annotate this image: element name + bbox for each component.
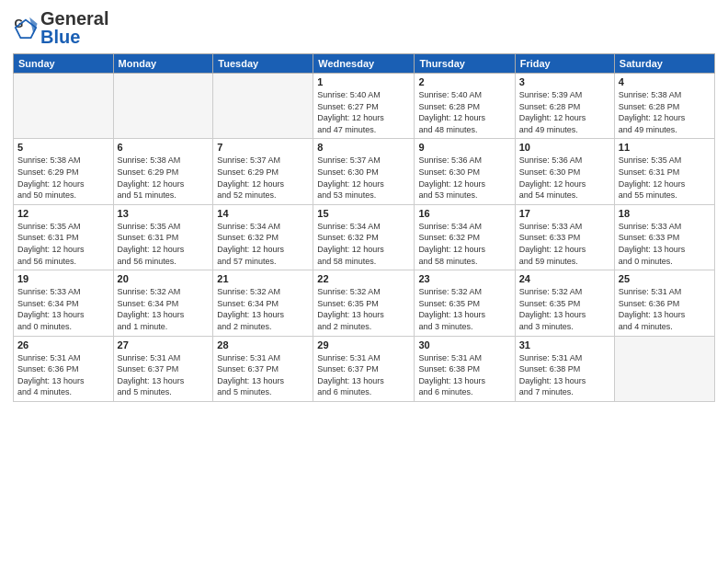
day-info: Sunrise: 5:39 AM Sunset: 6:28 PM Dayligh…: [519, 89, 610, 135]
day-info: Sunrise: 5:31 AM Sunset: 6:37 PM Dayligh…: [118, 352, 210, 398]
day-number: 11: [619, 142, 711, 153]
day-cell: 29Sunrise: 5:31 AM Sunset: 6:37 PM Dayli…: [313, 336, 415, 401]
day-info: Sunrise: 5:34 AM Sunset: 6:32 PM Dayligh…: [217, 221, 309, 267]
day-info: Sunrise: 5:33 AM Sunset: 6:33 PM Dayligh…: [519, 221, 610, 267]
day-info: Sunrise: 5:34 AM Sunset: 6:32 PM Dayligh…: [317, 221, 410, 267]
weekday-header-monday: Monday: [113, 54, 213, 74]
day-cell: 25Sunrise: 5:31 AM Sunset: 6:36 PM Dayli…: [614, 270, 714, 336]
svg-marker-2: [29, 17, 37, 34]
day-cell: 28Sunrise: 5:31 AM Sunset: 6:37 PM Dayli…: [213, 336, 313, 401]
day-cell: 26Sunrise: 5:31 AM Sunset: 6:36 PM Dayli…: [14, 336, 114, 401]
day-cell: 19Sunrise: 5:33 AM Sunset: 6:34 PM Dayli…: [14, 270, 114, 336]
day-info: Sunrise: 5:38 AM Sunset: 6:28 PM Dayligh…: [619, 89, 711, 135]
day-number: 19: [17, 273, 109, 284]
day-number: 26: [17, 339, 109, 350]
weekday-header-tuesday: Tuesday: [213, 54, 313, 74]
day-number: 13: [118, 208, 210, 219]
day-cell: 15Sunrise: 5:34 AM Sunset: 6:32 PM Dayli…: [313, 204, 415, 270]
day-cell: 18Sunrise: 5:33 AM Sunset: 6:33 PM Dayli…: [614, 204, 714, 270]
day-number: 17: [519, 208, 610, 219]
day-cell: 12Sunrise: 5:35 AM Sunset: 6:31 PM Dayli…: [14, 204, 114, 270]
day-cell: 7Sunrise: 5:37 AM Sunset: 6:29 PM Daylig…: [213, 139, 313, 204]
day-info: Sunrise: 5:37 AM Sunset: 6:29 PM Dayligh…: [217, 155, 309, 201]
day-number: 30: [418, 339, 510, 350]
weekday-header-sunday: Sunday: [14, 54, 114, 74]
day-cell: 2Sunrise: 5:40 AM Sunset: 6:28 PM Daylig…: [415, 74, 515, 139]
day-info: Sunrise: 5:40 AM Sunset: 6:28 PM Dayligh…: [418, 89, 510, 135]
logo-icon: G: [13, 15, 39, 40]
week-row-4: 19Sunrise: 5:33 AM Sunset: 6:34 PM Dayli…: [14, 270, 715, 336]
day-info: Sunrise: 5:38 AM Sunset: 6:29 PM Dayligh…: [118, 155, 210, 201]
day-cell: 9Sunrise: 5:36 AM Sunset: 6:30 PM Daylig…: [415, 139, 515, 204]
day-number: 10: [519, 142, 610, 153]
day-cell: 3Sunrise: 5:39 AM Sunset: 6:28 PM Daylig…: [515, 74, 614, 139]
weekday-header-saturday: Saturday: [614, 54, 714, 74]
day-number: 7: [217, 142, 309, 153]
day-info: Sunrise: 5:35 AM Sunset: 6:31 PM Dayligh…: [17, 221, 109, 267]
day-info: Sunrise: 5:31 AM Sunset: 6:36 PM Dayligh…: [619, 286, 711, 332]
day-cell: 6Sunrise: 5:38 AM Sunset: 6:29 PM Daylig…: [113, 139, 213, 204]
day-number: 6: [118, 142, 210, 153]
day-info: Sunrise: 5:36 AM Sunset: 6:30 PM Dayligh…: [418, 155, 510, 201]
day-number: 16: [418, 208, 510, 219]
day-info: Sunrise: 5:40 AM Sunset: 6:27 PM Dayligh…: [317, 89, 410, 135]
calendar: SundayMondayTuesdayWednesdayThursdayFrid…: [13, 53, 715, 402]
day-cell: 31Sunrise: 5:31 AM Sunset: 6:38 PM Dayli…: [515, 336, 614, 401]
weekday-header-thursday: Thursday: [415, 54, 515, 74]
day-info: Sunrise: 5:35 AM Sunset: 6:31 PM Dayligh…: [118, 221, 210, 267]
day-number: 28: [217, 339, 309, 350]
week-row-3: 12Sunrise: 5:35 AM Sunset: 6:31 PM Dayli…: [14, 204, 715, 270]
day-info: Sunrise: 5:32 AM Sunset: 6:34 PM Dayligh…: [217, 286, 309, 332]
day-number: 23: [418, 273, 510, 284]
day-number: 18: [619, 208, 711, 219]
day-cell: [14, 74, 114, 139]
day-cell: [614, 336, 714, 401]
day-number: 9: [418, 142, 510, 153]
day-cell: 30Sunrise: 5:31 AM Sunset: 6:38 PM Dayli…: [415, 336, 515, 401]
day-number: 24: [519, 273, 610, 284]
day-cell: 8Sunrise: 5:37 AM Sunset: 6:30 PM Daylig…: [313, 139, 415, 204]
day-info: Sunrise: 5:36 AM Sunset: 6:30 PM Dayligh…: [519, 155, 610, 201]
logo-general: General: [40, 8, 108, 29]
day-number: 15: [317, 208, 410, 219]
day-number: 22: [317, 273, 410, 284]
logo-blue: Blue: [40, 28, 108, 46]
day-info: Sunrise: 5:31 AM Sunset: 6:38 PM Dayligh…: [418, 352, 510, 398]
day-cell: 10Sunrise: 5:36 AM Sunset: 6:30 PM Dayli…: [515, 139, 614, 204]
day-number: 20: [118, 273, 210, 284]
day-info: Sunrise: 5:32 AM Sunset: 6:35 PM Dayligh…: [418, 286, 510, 332]
day-number: 8: [317, 142, 410, 153]
day-info: Sunrise: 5:32 AM Sunset: 6:35 PM Dayligh…: [317, 286, 410, 332]
day-number: 3: [519, 76, 610, 87]
day-info: Sunrise: 5:31 AM Sunset: 6:38 PM Dayligh…: [519, 352, 610, 398]
day-number: 31: [519, 339, 610, 350]
day-cell: 4Sunrise: 5:38 AM Sunset: 6:28 PM Daylig…: [614, 74, 714, 139]
day-number: 2: [418, 76, 510, 87]
day-cell: 22Sunrise: 5:32 AM Sunset: 6:35 PM Dayli…: [313, 270, 415, 336]
day-info: Sunrise: 5:34 AM Sunset: 6:32 PM Dayligh…: [418, 221, 510, 267]
day-info: Sunrise: 5:31 AM Sunset: 6:36 PM Dayligh…: [17, 352, 109, 398]
logo: G General Blue: [13, 9, 108, 46]
day-cell: 24Sunrise: 5:32 AM Sunset: 6:35 PM Dayli…: [515, 270, 614, 336]
day-number: 5: [17, 142, 109, 153]
weekday-header-friday: Friday: [515, 54, 614, 74]
day-cell: 20Sunrise: 5:32 AM Sunset: 6:34 PM Dayli…: [113, 270, 213, 336]
header: G General Blue: [13, 9, 715, 46]
weekday-header-row: SundayMondayTuesdayWednesdayThursdayFrid…: [14, 54, 715, 74]
day-info: Sunrise: 5:38 AM Sunset: 6:29 PM Dayligh…: [17, 155, 109, 201]
week-row-2: 5Sunrise: 5:38 AM Sunset: 6:29 PM Daylig…: [14, 139, 715, 204]
day-number: 21: [217, 273, 309, 284]
day-cell: 5Sunrise: 5:38 AM Sunset: 6:29 PM Daylig…: [14, 139, 114, 204]
day-info: Sunrise: 5:31 AM Sunset: 6:37 PM Dayligh…: [217, 352, 309, 398]
day-number: 27: [118, 339, 210, 350]
week-row-1: 1Sunrise: 5:40 AM Sunset: 6:27 PM Daylig…: [14, 74, 715, 139]
day-number: 29: [317, 339, 410, 350]
day-cell: 16Sunrise: 5:34 AM Sunset: 6:32 PM Dayli…: [415, 204, 515, 270]
day-number: 4: [619, 76, 711, 87]
day-info: Sunrise: 5:37 AM Sunset: 6:30 PM Dayligh…: [317, 155, 410, 201]
day-cell: 23Sunrise: 5:32 AM Sunset: 6:35 PM Dayli…: [415, 270, 515, 336]
day-info: Sunrise: 5:32 AM Sunset: 6:35 PM Dayligh…: [519, 286, 610, 332]
day-cell: 1Sunrise: 5:40 AM Sunset: 6:27 PM Daylig…: [313, 74, 415, 139]
day-cell: [113, 74, 213, 139]
day-cell: 14Sunrise: 5:34 AM Sunset: 6:32 PM Dayli…: [213, 204, 313, 270]
